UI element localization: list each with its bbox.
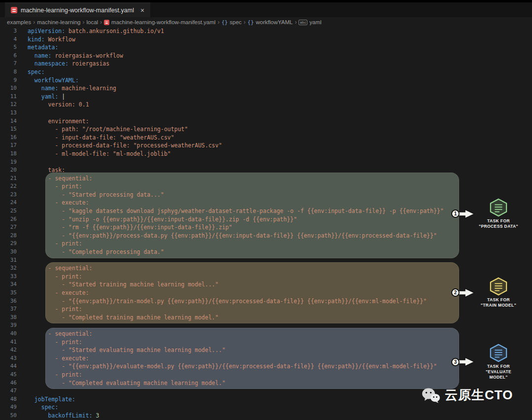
breadcrumb-item-filename[interactable]: machine-learning-workflow-manifest.yaml	[104, 19, 216, 25]
line-number: 9	[0, 76, 17, 85]
line-number: 36	[0, 297, 17, 306]
breadcrumb-separator: ›	[244, 19, 246, 26]
line-number: 37	[0, 305, 17, 314]
code-text: - execute:	[28, 199, 89, 207]
arrow-right-icon	[457, 356, 476, 367]
code-text: namespace: roiergasias	[28, 60, 109, 68]
tab-label: machine-learning-workflow-manifest.yaml	[21, 7, 134, 14]
code-line[interactable]: 13	[0, 109, 532, 117]
code-line[interactable]: 49 spec:	[0, 403, 532, 412]
code-line[interactable]: 11 yaml: |	[0, 93, 532, 101]
code-text: - "{{env:path}}/train-model.py {{env:pat…	[28, 297, 427, 306]
line-number: 21	[0, 175, 17, 183]
code-line[interactable]: 17 - processed-data-file: "processed-wea…	[0, 141, 532, 150]
code-line[interactable]: 39	[0, 321, 532, 330]
line-number: 38	[0, 314, 17, 322]
code-line[interactable]: 8spec:	[0, 68, 532, 76]
code-text: environment:	[28, 117, 89, 126]
code-line[interactable]: 6 name: roiergasias-workflow	[0, 52, 532, 60]
line-number: 39	[0, 321, 17, 330]
code-line[interactable]: 46 - "Completed evaluating machine learn…	[0, 379, 532, 387]
code-text: - sequential:	[28, 264, 93, 273]
code-line[interactable]: 21 - sequential:	[0, 175, 532, 183]
code-text: - "{{env:path}}/evaluate-model.py {{env:…	[28, 362, 437, 371]
code-line[interactable]: 7 namespace: roiergasias	[0, 60, 532, 68]
breadcrumb-separator: ›	[295, 19, 297, 26]
arrow-right-icon	[457, 287, 476, 298]
line-number: 30	[0, 248, 17, 256]
line-number: 13	[0, 109, 17, 117]
breadcrumb-separator: ›	[100, 19, 102, 26]
watermark: 云原生CTO	[422, 386, 513, 404]
code-text: - sequential:	[28, 330, 93, 338]
code-text: spec:	[28, 403, 58, 412]
task-label-process-data: TASK FOR "PROCESS DATA"	[479, 218, 518, 229]
code-line[interactable]: 3apiVersion: batch.ankursoni.github.io/v…	[0, 27, 532, 35]
code-line[interactable]: 12 version: 0.1	[0, 101, 532, 109]
code-line[interactable]: 4kind: Workflow	[0, 35, 532, 44]
code-line[interactable]: 10 name: machine-learning	[0, 84, 532, 93]
task-icon-process-data	[489, 198, 508, 217]
tab-machine-learning-workflow-manifest[interactable]: machine-learning-workflow-manifest.yaml …	[5, 2, 150, 17]
code-text: - print:	[28, 338, 82, 347]
code-line[interactable]: 18 - ml-model-file: "ml-model.joblib"	[0, 150, 532, 158]
breadcrumb-item-local[interactable]: local	[86, 19, 98, 25]
code-line[interactable]: 30 - "Completed processing data."	[0, 248, 532, 256]
code-line[interactable]: 20 task:	[0, 166, 532, 175]
code-line[interactable]: 32 - sequential:	[0, 264, 532, 273]
code-line[interactable]: 23 - "Started processing data..."	[0, 191, 532, 199]
code-text: - print:	[28, 273, 82, 281]
task-label-train-model: TASK FOR "TRAIN MODEL"	[481, 297, 516, 308]
breadcrumb-separator: ›	[33, 19, 35, 26]
line-number: 42	[0, 346, 17, 354]
line-number: 17	[0, 141, 17, 150]
step-number-badge-3: 3	[451, 358, 460, 366]
code-line[interactable]: 14 environment:	[0, 117, 532, 126]
code-line[interactable]: 38 - "Completed training machine learnin…	[0, 314, 532, 322]
line-number: 28	[0, 232, 17, 240]
code-text: - "unzip -o {{env:path}}/{{env:input-dat…	[28, 215, 297, 224]
code-line[interactable]: 5metadata:	[0, 43, 532, 52]
code-line[interactable]: 28 - "{{env:path}}/process-data.py {{env…	[0, 232, 532, 240]
line-number: 4	[0, 35, 17, 44]
code-line[interactable]: 50 backoffLimit: 3	[0, 412, 532, 420]
code-line[interactable]: 15 - path: "/root/machine-learning-outpu…	[0, 125, 532, 134]
step-number-badge-2: 2	[451, 288, 460, 297]
code-text: - "Started processing data..."	[28, 191, 164, 199]
code-line[interactable]: 19	[0, 158, 532, 167]
line-number: 27	[0, 223, 17, 232]
code-line[interactable]: 16 - input-data-file: "weatherAUS.csv"	[0, 134, 532, 142]
line-number: 31	[0, 256, 17, 265]
code-text: - "{{env:path}}/process-data.py {{env:pa…	[28, 232, 437, 240]
breadcrumb-item-machine-learning[interactable]: machine-learning	[37, 19, 80, 25]
code-text: apiVersion: batch.ankursoni.github.io/v1	[28, 27, 164, 35]
breadcrumb-separator: ›	[82, 19, 84, 26]
breadcrumb-separator: ›	[218, 19, 220, 26]
line-number: 10	[0, 84, 17, 93]
code-line[interactable]: 31	[0, 256, 532, 265]
code-line[interactable]: 9 workflowYAML:	[0, 76, 532, 85]
code-text: - print:	[28, 240, 82, 248]
line-number: 15	[0, 125, 17, 134]
line-number: 12	[0, 101, 17, 109]
code-text: metadata:	[28, 43, 58, 52]
breadcrumb-item-workflowyaml[interactable]: {} workflowYAML	[248, 19, 293, 25]
line-number: 48	[0, 395, 17, 404]
task-label-evaluate-model: TASK FOR "EVALUATE MODEL"	[478, 364, 519, 380]
breadcrumb-item-examples[interactable]: examples	[7, 19, 31, 25]
code-text: kind: Workflow	[28, 35, 75, 44]
code-text: - "kaggle datasets download jsphyg/weath…	[28, 207, 444, 215]
string-symbol-icon: abc	[299, 20, 307, 25]
code-line[interactable]: 22 - print:	[0, 182, 532, 191]
line-number: 6	[0, 52, 17, 60]
code-line[interactable]: 40 - sequential:	[0, 330, 532, 338]
line-number: 33	[0, 273, 17, 281]
code-line[interactable]: 29 - print:	[0, 240, 532, 248]
tab-close-icon[interactable]: ×	[140, 6, 144, 14]
task-icon-train-model	[489, 277, 508, 296]
code-text: - "Completed processing data."	[28, 248, 164, 256]
line-number: 19	[0, 158, 17, 167]
code-text: - execute:	[28, 354, 89, 363]
breadcrumb-item-spec[interactable]: {} spec	[222, 19, 242, 25]
breadcrumb-item-yaml[interactable]: abc yaml	[299, 19, 321, 25]
